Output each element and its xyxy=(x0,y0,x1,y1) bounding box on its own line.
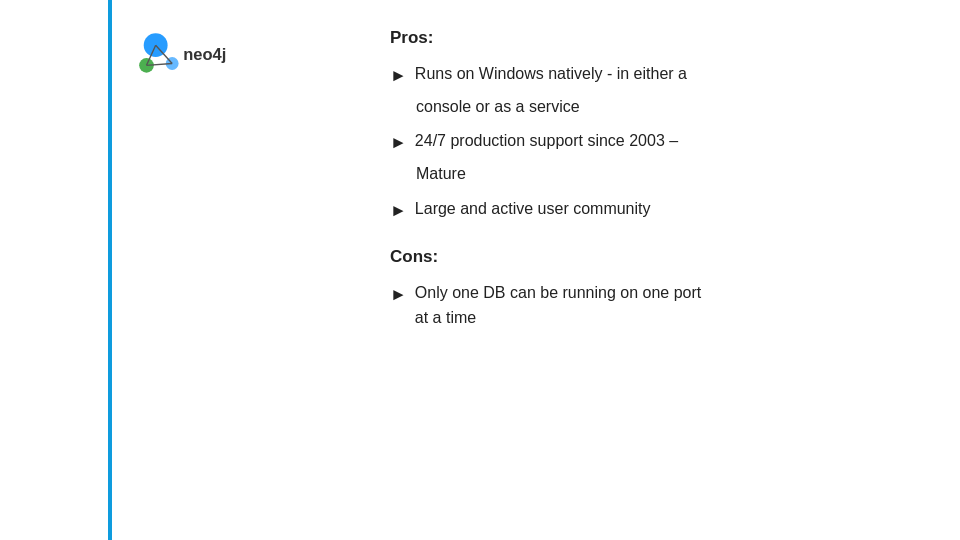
cons-section: Cons: ► Only one DB can be running on on… xyxy=(390,247,920,331)
cons-item-1-line2: at a time xyxy=(415,309,476,326)
main-content: Pros: ► Runs on Windows natively - in ei… xyxy=(390,28,920,331)
pros-item-2: ► 24/7 production support since 2003 – xyxy=(390,129,920,156)
pros-item-1-text: Runs on Windows natively - in either a xyxy=(415,62,687,87)
cons-item-1-text: Only one DB can be running on one port a… xyxy=(415,281,701,331)
cons-item-1-line1: Only one DB can be running on one port xyxy=(415,284,701,301)
pros-label: Pros: xyxy=(390,28,920,48)
bullet-arrow-2: ► xyxy=(390,130,407,156)
pros-item-1: ► Runs on Windows natively - in either a xyxy=(390,62,920,89)
left-accent-bar xyxy=(108,0,112,540)
cons-item-1: ► Only one DB can be running on one port… xyxy=(390,281,920,331)
bullet-arrow-1: ► xyxy=(390,63,407,89)
logo-area: neo4j xyxy=(130,28,240,88)
slide-page: neo4j Pros: ► Runs on Windows natively -… xyxy=(0,0,960,540)
neo4j-logo: neo4j xyxy=(130,28,240,88)
pros-item-3-text: Large and active user community xyxy=(415,197,651,222)
pros-item-2-text: 24/7 production support since 2003 – xyxy=(415,129,678,154)
pros-item-3: ► Large and active user community xyxy=(390,197,920,224)
pros-item-1-line2: console or as a service xyxy=(416,95,920,120)
cons-label: Cons: xyxy=(390,247,920,267)
svg-text:neo4j: neo4j xyxy=(183,45,226,63)
cons-bullet-arrow-1: ► xyxy=(390,282,407,308)
pros-item-2-line2: Mature xyxy=(416,162,920,187)
bullet-arrow-3: ► xyxy=(390,198,407,224)
